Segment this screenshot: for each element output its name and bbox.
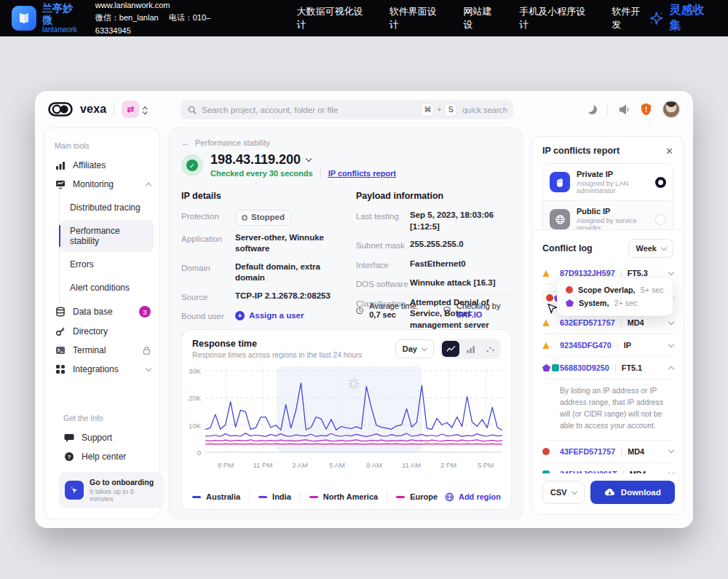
- collect-link[interactable]: 灵感收集: [649, 3, 715, 34]
- report-title: IP conflicts report: [542, 146, 620, 156]
- warning-icon: [542, 320, 550, 326]
- s-key: S: [444, 103, 457, 117]
- legend-item-north-america[interactable]: North America: [309, 492, 378, 501]
- dark-mode-icon[interactable]: [587, 105, 597, 114]
- cloud-download-icon: [604, 488, 615, 497]
- vexa-logo-icon: [48, 102, 73, 117]
- main-panel: ← Performance stability ✓ 198.43.119.200…: [169, 127, 523, 519]
- sidebar-item-terminal[interactable]: Terminal: [44, 341, 159, 360]
- ip-conflicts-report-link[interactable]: IP conflicts report: [328, 169, 396, 178]
- sidebar-item-data-base[interactable]: Data base3: [44, 302, 159, 322]
- chart-type-scatter-button[interactable]: [481, 341, 499, 357]
- conflict-id[interactable]: 568830D9250: [560, 363, 609, 372]
- close-icon[interactable]: ✕: [665, 146, 673, 156]
- sidebar-item-affiliates[interactable]: Affiliates: [44, 156, 159, 175]
- back-arrow-icon[interactable]: ←: [181, 138, 189, 147]
- x-tick-label: 5 PM: [478, 461, 494, 469]
- log-row[interactable]: 92345DFG470IP: [542, 334, 673, 357]
- legend-separator: [300, 492, 301, 502]
- divider: [320, 169, 321, 178]
- sidebar-item-integrations[interactable]: Integrations: [44, 360, 159, 379]
- promo-nav--[interactable]: 软件界面设计: [389, 5, 445, 31]
- shortcut-hint: quick search: [462, 106, 507, 114]
- conflict-id[interactable]: 43FEFD571757: [560, 447, 615, 456]
- x-tick-label: 5 AM: [329, 461, 345, 469]
- promo-nav--[interactable]: 手机及小程序设计: [519, 5, 593, 31]
- checked-status: Checked every 30 seconds: [210, 169, 313, 178]
- conflict-tooltip: Scope Overlap,5+ secSystem,2+ sec: [557, 277, 673, 316]
- download-button[interactable]: Download: [590, 481, 675, 504]
- promo-nav--[interactable]: 大数据可视化设计: [296, 5, 370, 31]
- sidebar-item-directory[interactable]: Directory: [44, 322, 159, 341]
- log-row[interactable]: 43FEFD571757MD4: [542, 441, 673, 463]
- sidebar-subitem-errors[interactable]: Errors: [60, 253, 154, 275]
- brand-cn: 兰亭妙微: [42, 3, 82, 25]
- announcements-icon[interactable]: [618, 104, 630, 115]
- add-region-button[interactable]: Add region: [445, 492, 501, 502]
- radio-selected[interactable]: [655, 177, 666, 188]
- payload-title: Payload information: [356, 191, 513, 201]
- security-shield-icon[interactable]: [640, 103, 652, 116]
- safio-link[interactable]: SAF.IO: [456, 310, 482, 319]
- log-footer: CSV Download: [532, 473, 684, 514]
- legend-swatch: [309, 496, 318, 498]
- promo-nav--[interactable]: 软件开发: [612, 5, 649, 31]
- chevron-down-icon[interactable]: [668, 269, 674, 275]
- detail-row-interface: InterfaceFastEthernet0: [356, 259, 513, 272]
- response-time-card: Response time Response times across regi…: [181, 329, 512, 510]
- conflict-type: MD4: [628, 447, 644, 456]
- conflict-id[interactable]: 92345DFG470: [560, 341, 612, 350]
- legend-item-india[interactable]: India: [258, 492, 291, 501]
- onboarding-card[interactable]: Go to onboarding It takes up to 5 minute…: [59, 472, 164, 508]
- search-input[interactable]: [202, 106, 421, 114]
- detail-row-dos-software: DOS softwareWinnuke attack [16.3]: [356, 277, 513, 291]
- search-bar[interactable]: ⌘ + S quick search: [181, 100, 513, 119]
- chevron-down-icon[interactable]: [668, 341, 674, 347]
- integrations-icon: [55, 364, 66, 374]
- sidebar-item-monitoring[interactable]: Monitoring: [44, 175, 159, 194]
- avatar[interactable]: [662, 100, 681, 119]
- divider: [437, 306, 438, 315]
- sidebar-subitem-distributed-tracing[interactable]: Distributed tracing: [60, 197, 154, 218]
- chevron-up-icon[interactable]: [668, 366, 674, 371]
- assign-user-link[interactable]: +Assign a user: [235, 310, 304, 323]
- tooltip-line: System,2+ sec: [566, 296, 665, 310]
- chart-type-bar-button[interactable]: [462, 341, 479, 357]
- legend-item-australia[interactable]: Australia: [192, 492, 240, 501]
- directory-icon: [55, 326, 66, 336]
- workspace-switch-icon[interactable]: ⇄: [122, 101, 139, 118]
- avg-time-value: 0,7 sec: [369, 310, 396, 319]
- pentagon-icon: [542, 364, 550, 371]
- log-range-dropdown[interactable]: Week: [628, 239, 673, 258]
- csv-dropdown[interactable]: CSV: [542, 481, 585, 504]
- report-option-private-ip[interactable]: Private IPAssigned by LAN administrator: [543, 164, 673, 200]
- shortcut-plus: +: [437, 106, 441, 114]
- x-tick-label: 2 AM: [292, 461, 308, 469]
- ip-chevron-down-icon[interactable]: [306, 156, 312, 162]
- right-panel: IP conflicts report ✕ Private IPAssigned…: [531, 127, 684, 519]
- pentagon-icon: [566, 299, 574, 307]
- brand-en: lanlanwork: [42, 25, 82, 34]
- promo-bar: 兰亭妙微 lanlanwork www.lanlanwork.com 微信：be…: [0, 0, 728, 36]
- workspace-select-chevrons[interactable]: [143, 106, 147, 113]
- add-region-label: Add region: [459, 492, 501, 501]
- sidebar-section-info: Get the Info: [53, 411, 170, 428]
- legend-item-europe[interactable]: Europe: [396, 492, 438, 501]
- onboarding-subtitle: It takes up to 5 minutes: [90, 488, 158, 503]
- y-tick-label: 0: [183, 449, 201, 457]
- sidebar-item-help-center[interactable]: ?Help center: [53, 447, 170, 466]
- sidebar-item-support[interactable]: Support: [53, 428, 170, 447]
- promo-nav--[interactable]: 网站建设: [464, 5, 501, 31]
- chart-type-line-button[interactable]: [442, 341, 459, 357]
- sidebar-subitem-alert-conditions[interactable]: Alert conditions: [60, 277, 154, 299]
- ip-details-title: IP details: [181, 191, 350, 201]
- protection-status-pill: Stopped: [235, 210, 291, 226]
- chart-range-dropdown[interactable]: Day: [395, 339, 434, 358]
- chevron-down-icon[interactable]: [668, 318, 674, 324]
- sparkle-icon: [649, 10, 665, 26]
- conflict-id[interactable]: 632EFD571757: [560, 318, 615, 327]
- radio-unselected[interactable]: [655, 214, 666, 225]
- chevron-down-icon[interactable]: [668, 447, 674, 453]
- log-row[interactable]: 568830D9250FT5.1: [542, 357, 673, 379]
- sidebar-subitem-performance-stability[interactable]: Performance stability: [60, 220, 154, 252]
